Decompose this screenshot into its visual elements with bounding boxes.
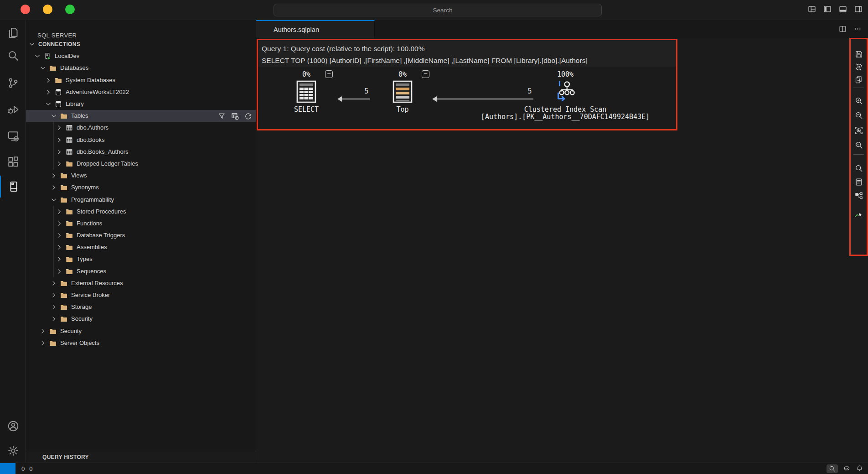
tree-item-dbo-books-authors[interactable]: dbo.Books_Authors (26, 146, 256, 158)
tree-item-external-resources[interactable]: External Resources (26, 277, 256, 289)
open-plan-xml-button[interactable] (851, 74, 867, 86)
tree-item-database-triggers[interactable]: Database Triggers (26, 229, 256, 241)
plan-node-top[interactable]: 0% Top (392, 71, 413, 113)
actual-execution-plan-button[interactable] (851, 208, 867, 220)
chevron-down-icon[interactable] (50, 196, 57, 203)
collapse-node-button[interactable]: – (325, 70, 333, 78)
plan-node-select[interactable]: 0% SELECT (294, 71, 319, 113)
command-center-search[interactable]: Search (274, 4, 602, 16)
activity-bar-item-account[interactable] (0, 415, 26, 437)
chevron-right-icon[interactable] (39, 339, 46, 347)
chevron-down-icon[interactable] (34, 52, 41, 60)
tree-item-dropped-ledger-tables[interactable]: Dropped Ledger Tables (26, 158, 256, 170)
chevron-right-icon[interactable] (56, 268, 63, 275)
chevron-right-icon[interactable] (50, 172, 57, 179)
chevron-right-icon[interactable] (45, 77, 52, 84)
customize-layout-icon[interactable] (808, 5, 816, 13)
tree-item-databases[interactable]: Databases (26, 62, 256, 74)
tree-item-types[interactable]: Types (26, 253, 256, 265)
tree-item-service-broker[interactable]: Service Broker (26, 289, 256, 301)
zoom-out-button[interactable] (851, 109, 867, 121)
chevron-right-icon[interactable] (45, 89, 52, 96)
tree-item-views[interactable]: Views (26, 170, 256, 182)
chevron-right-icon[interactable] (39, 328, 46, 335)
copilot-menu-button[interactable] (610, 5, 626, 14)
tree-item-functions[interactable]: Functions (26, 218, 256, 229)
table-add-icon[interactable] (231, 112, 239, 120)
status-bell-button[interactable] (856, 465, 863, 472)
activity-bar-item-source-control[interactable] (0, 72, 26, 94)
window-zoom-button[interactable] (65, 5, 75, 14)
tree-item-connections[interactable]: CONNECTIONS (26, 38, 256, 50)
tree-item-security[interactable]: Security (26, 313, 256, 325)
zoom-in-button[interactable] (851, 95, 867, 107)
chevron-right-icon[interactable] (56, 160, 63, 167)
chevron-right-icon[interactable] (56, 232, 63, 239)
save-plan-button[interactable] (851, 48, 867, 60)
activity-bar-item-search[interactable] (0, 45, 26, 67)
tree-item-tables[interactable]: Tables (26, 110, 256, 122)
tree-item-library[interactable]: Library (26, 98, 256, 110)
activity-bar-item-run-debug[interactable] (0, 99, 26, 120)
zoom-to-fit-button[interactable] (851, 125, 867, 136)
toggle-primary-sidebar-icon[interactable] (823, 5, 832, 13)
chevron-right-icon[interactable] (50, 292, 57, 299)
filter-icon[interactable] (218, 112, 226, 120)
chevron-right-icon[interactable] (56, 255, 63, 263)
refresh-icon[interactable] (244, 112, 252, 120)
chevron-down-icon[interactable] (39, 64, 46, 72)
chevron-down-icon[interactable] (28, 41, 36, 48)
activity-bar-item-extensions[interactable] (0, 151, 26, 173)
problems-errors[interactable]: 0 (20, 465, 25, 472)
plan-node-clustered-index-scan[interactable]: 100% Clustered Index Scan[Authors].[PK__… (481, 71, 650, 120)
open-query-button[interactable] (851, 61, 867, 73)
properties-button[interactable] (851, 176, 867, 188)
custom-zoom-button[interactable] (851, 139, 867, 151)
tree-item-dbo-books[interactable]: dbo.Books (26, 134, 256, 146)
window-minimize-button[interactable] (43, 5, 52, 14)
chevron-right-icon[interactable] (56, 244, 63, 251)
query-history-section[interactable]: QUERY HISTORY (26, 451, 256, 463)
tree-item-adventureworkslt2022[interactable]: AdventureWorksLT2022 (26, 86, 256, 98)
activity-bar-item-sql-server[interactable] (0, 176, 26, 198)
chevron-right-icon[interactable] (56, 148, 63, 156)
tree-item-server-objects[interactable]: Server Objects (26, 337, 256, 349)
tree-item-sequences[interactable]: Sequences (26, 266, 256, 277)
chevron-right-icon[interactable] (56, 124, 63, 131)
tree-item-system-databases[interactable]: System Databases (26, 74, 256, 86)
tree-item-assemblies[interactable]: Assemblies (26, 241, 256, 253)
chevron-right-icon[interactable] (50, 280, 57, 287)
status-copilot-button[interactable] (843, 465, 851, 472)
chevron-right-icon[interactable] (56, 208, 63, 215)
chevron-right-icon[interactable] (56, 136, 63, 144)
chevron-right-icon[interactable] (50, 315, 57, 323)
collapse-node-button[interactable]: – (422, 70, 429, 78)
tree-item-dbo-authors[interactable]: dbo.Authors (26, 122, 256, 134)
highlight-expensive-operation-button[interactable] (851, 190, 867, 202)
activity-bar-item-explorer[interactable] (0, 22, 26, 44)
toggle-secondary-sidebar-icon[interactable] (854, 5, 863, 13)
activity-bar-item-settings-gear[interactable] (0, 440, 26, 462)
plan-edge-arrow[interactable] (338, 99, 370, 99)
navigate-forward-button[interactable] (259, 5, 269, 15)
tree-item-stored-procedures[interactable]: Stored Procedures (26, 206, 256, 218)
plan-edge-arrow[interactable] (433, 99, 533, 99)
activity-bar-item-remote-explorer[interactable] (0, 125, 26, 147)
chevron-down-icon[interactable] (45, 100, 52, 108)
chevron-right-icon[interactable] (56, 220, 63, 227)
problems-warnings[interactable]: 0 (27, 465, 32, 472)
remote-indicator-button[interactable] (0, 463, 16, 474)
more-actions-icon[interactable] (854, 25, 862, 33)
split-editor-icon[interactable] (839, 25, 847, 33)
chevron-down-icon[interactable] (50, 112, 57, 120)
toggle-panel-icon[interactable] (839, 5, 847, 13)
tab-authors-sqlplan[interactable]: Authors.sqlplan (256, 20, 375, 38)
tree-item-security[interactable]: Security (26, 325, 256, 337)
find-node-button[interactable] (851, 162, 867, 174)
status-search-button[interactable] (827, 464, 838, 473)
tree-item-programmability[interactable]: Programmability (26, 193, 256, 205)
tree-item-localdev[interactable]: LocalDev (26, 50, 256, 62)
chevron-right-icon[interactable] (50, 184, 57, 191)
tree-item-storage[interactable]: Storage (26, 301, 256, 313)
sidebar-more-actions-button[interactable] (237, 30, 245, 38)
